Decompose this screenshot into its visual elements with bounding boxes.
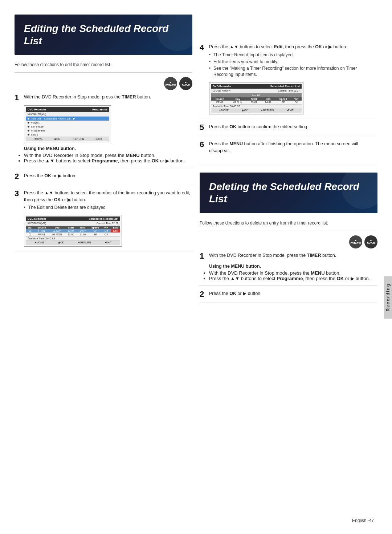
step-2-editing: 2 Press the OK or ▶ button. (15, 173, 192, 181)
step-5-editing: 5 Press the OK button to confirm the edi… (200, 124, 377, 132)
section-title-deleting: Deleting the Scheduled Record List (200, 173, 377, 213)
dvdrw-icon: ● DVD-RW (164, 77, 177, 90)
page-number: English -47 (352, 518, 374, 523)
section-title-editing: Editing the Scheduled Record List (15, 15, 192, 55)
dvdr-icon-delete: ● DVD-R (364, 235, 377, 248)
step-4-editing: 4 Press the ▲▼ buttons to select Edit, t… (200, 44, 377, 78)
dvdrw-icon-delete: ● DVD-RW (349, 235, 362, 248)
dvdr-icon: ● DVD-R (179, 77, 192, 90)
screen-mockup-2: DVD-Recorder Scheduled Record List ☑ DVD… (24, 215, 122, 247)
using-menu-editing: Using the MENU button. With the DVD Reco… (24, 146, 192, 163)
step-2-deleting: 2 Press the OK or ▶ button. (200, 290, 377, 298)
icon-badges-editing: ● DVD-RW ● DVD-R (15, 77, 192, 90)
step-3-editing: 3 Press the ▲▼ buttons to select the num… (15, 190, 192, 211)
using-menu-deleting: Using the MENU button. With the DVD Reco… (209, 264, 377, 281)
step-6-editing: 6 Press the MENU button after finishing … (200, 141, 377, 154)
icon-badges-deleting: ● DVD-RW ● DVD-R (200, 235, 377, 248)
intro-text-deleting: Follow these directions to delete an ent… (200, 220, 377, 226)
step-1-deleting: 1 With the DVD Recorder in Stop mode, pr… (200, 252, 377, 260)
step-1-editing: 1 With the DVD Recorder in Stop mode, pr… (15, 94, 192, 102)
screen-mockup-3: DVD-Recorder Scheduled Record List ☑ DVD… (209, 82, 303, 114)
intro-text-editing: Follow these directions to edit the time… (15, 61, 192, 68)
screen-mockup-1: DVD-Recorder Programme ☑ DVD-RW(VR) Titl… (24, 105, 111, 143)
recording-tab: Recording (384, 276, 392, 319)
